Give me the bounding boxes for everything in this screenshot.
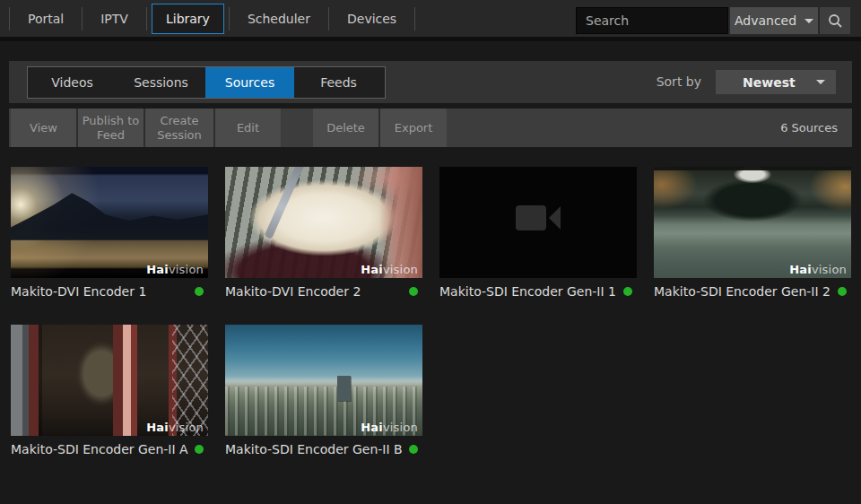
export-button[interactable]: Export: [380, 109, 447, 147]
nav-item-iptv[interactable]: IPTV: [83, 0, 146, 37]
sort-selected-value: Newest: [743, 75, 796, 90]
nav-item-library[interactable]: Library: [152, 4, 224, 34]
source-card[interactable]: Makito-SDI Encoder Gen-II 1: [439, 167, 637, 299]
source-meta: Makito-DVI Encoder 2: [225, 284, 422, 299]
publish-to-feed-button[interactable]: Publish to Feed: [78, 109, 144, 147]
advanced-label: Advanced: [735, 13, 796, 28]
source-name: Makito-SDI Encoder Gen-II 1: [439, 284, 616, 299]
thumbnail-aerial-city-view[interactable]: Haivision: [225, 325, 422, 436]
thumbnail-man-driving-vintage-car[interactable]: Haivision: [654, 167, 851, 278]
haivision-watermark: Haivision: [146, 263, 204, 276]
source-card[interactable]: Haivision Makito-DVI Encoder 2: [225, 167, 422, 299]
thumbnail-hand-stirring-cream-cup[interactable]: Haivision: [225, 167, 422, 278]
tab-feeds[interactable]: Feeds: [294, 67, 383, 98]
view-button[interactable]: View: [11, 109, 76, 147]
mountain-silhouette: [11, 189, 208, 240]
thumbnail-man-through-shop-door[interactable]: Haivision: [11, 325, 208, 436]
spoon-shape: [264, 167, 305, 239]
thumbnail-no-signal[interactable]: [439, 167, 637, 278]
main-nav: Portal IPTV Library Scheduler Devices: [0, 0, 415, 37]
library-tabstrip: Videos Sessions Sources Feeds: [27, 66, 386, 99]
chevron-down-icon: [816, 80, 825, 84]
library-tabs-bar: Videos Sessions Sources Feeds Sort by Ne…: [9, 61, 852, 103]
sort-dropdown[interactable]: Newest: [716, 70, 836, 94]
delete-button[interactable]: Delete: [313, 109, 378, 147]
sources-toolbar: View Publish to Feed Create Session Edit…: [9, 109, 852, 147]
nav-item-portal[interactable]: Portal: [10, 0, 82, 37]
source-meta: Makito-SDI Encoder Gen-II 1: [439, 284, 637, 299]
source-name: Makito-DVI Encoder 1: [11, 284, 146, 299]
source-name: Makito-SDI Encoder Gen-II A: [11, 442, 188, 456]
haivision-watermark: Haivision: [361, 421, 418, 434]
haivision-watermark: Haivision: [789, 263, 847, 276]
search-button[interactable]: [820, 7, 850, 34]
haivision-watermark: Haivision: [146, 421, 204, 434]
tab-sessions[interactable]: Sessions: [117, 67, 205, 98]
sources-count: 6 Sources: [780, 121, 852, 135]
source-card[interactable]: Haivision Makito-SDI Encoder Gen-II B: [225, 325, 422, 456]
status-online-dot: [838, 287, 847, 296]
source-name: Makito-DVI Encoder 2: [225, 284, 361, 299]
create-session-button[interactable]: Create Session: [145, 109, 213, 147]
nav-item-scheduler[interactable]: Scheduler: [230, 0, 328, 37]
sort-by-label: Sort by: [657, 74, 701, 89]
chevron-down-icon: [804, 19, 813, 23]
tab-videos[interactable]: Videos: [28, 67, 117, 98]
source-card[interactable]: Haivision Makito-SDI Encoder Gen-II 2: [654, 167, 851, 299]
nav-divider: [414, 7, 415, 30]
tab-sources[interactable]: Sources: [205, 67, 294, 98]
toolbar-group-right: Delete Export: [313, 109, 447, 147]
search-icon: [828, 13, 843, 29]
top-navigation-bar: Portal IPTV Library Scheduler Devices Ad…: [0, 0, 861, 41]
haivision-watermark: Haivision: [361, 263, 418, 276]
source-meta: Makito-SDI Encoder Gen-II B: [225, 442, 422, 456]
status-online-dot: [623, 287, 632, 296]
status-online-dot: [195, 445, 204, 454]
advanced-search-dropdown[interactable]: Advanced: [730, 7, 818, 34]
toolbar-group-left: View Publish to Feed Create Session Edit: [11, 109, 281, 147]
source-card[interactable]: Haivision Makito-SDI Encoder Gen-II A: [11, 325, 208, 456]
edit-button[interactable]: Edit: [215, 109, 281, 147]
tall-building-shape: [337, 376, 351, 401]
video-camera-icon: [516, 205, 561, 230]
source-name: Makito-SDI Encoder Gen-II B: [225, 442, 403, 456]
status-online-dot: [409, 445, 418, 454]
source-meta: Makito-SDI Encoder Gen-II A: [11, 442, 208, 456]
thumbnail-mountain-dusk-landscape[interactable]: Haivision: [11, 167, 208, 278]
source-meta: Makito-SDI Encoder Gen-II 2: [654, 284, 851, 299]
source-name: Makito-SDI Encoder Gen-II 2: [654, 284, 831, 299]
status-online-dot: [409, 287, 418, 296]
search-input[interactable]: [576, 7, 728, 34]
status-online-dot: [195, 287, 204, 296]
source-meta: Makito-DVI Encoder 1: [11, 284, 208, 299]
nav-divider: [146, 7, 147, 30]
nav-item-devices[interactable]: Devices: [329, 0, 414, 37]
toolbar-spacer: [281, 109, 311, 147]
search-group: Advanced: [576, 7, 850, 34]
source-card[interactable]: Haivision Makito-DVI Encoder 1: [11, 167, 208, 299]
